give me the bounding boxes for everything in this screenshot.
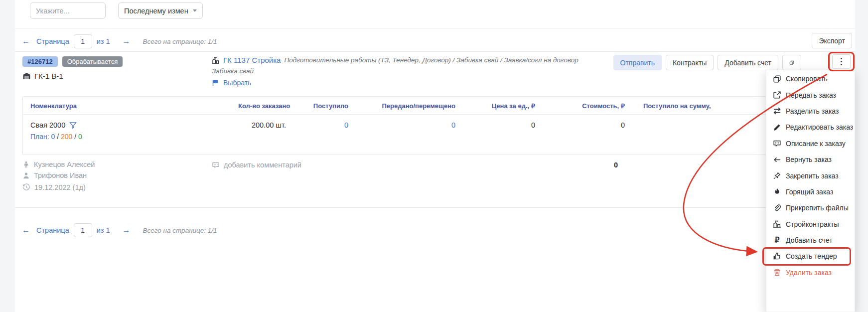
col-transferred[interactable]: Передано/перемещено: [354, 97, 461, 115]
col-unit-price[interactable]: Цена за ед., ₽: [461, 97, 541, 115]
col-nomenclature[interactable]: Номенклатура: [23, 97, 232, 115]
menu-item-delete-order[interactable]: Удалить заказ: [766, 265, 855, 281]
menu-item-label: Вернуть заказ: [786, 156, 832, 163]
menu-item-label: Разделить заказ: [786, 107, 839, 115]
cell-transferred[interactable]: 0: [354, 115, 461, 148]
filters-row: Последнему измен: [30, 2, 203, 19]
project-path: Подготовительные работы (ТЗ, Тенедер, До…: [284, 56, 578, 64]
fire-icon: [773, 187, 781, 196]
add-invoice-button[interactable]: Добавить счет: [718, 55, 778, 70]
menu-item-edit-order[interactable]: Редактировать заказ: [766, 119, 855, 135]
table-row: Свая 2000 План: 0 / 200: [23, 115, 853, 148]
sort-select-value: Последнему измен: [124, 7, 188, 15]
menu-item-label: Стройконтракты: [786, 220, 839, 228]
menu-item-create-tender[interactable]: Создать тендер: [762, 247, 851, 265]
page-of-label: из 1: [97, 37, 110, 45]
menu-item-label: Прикрепить файлы: [786, 204, 849, 212]
menu-item-label: Добавить счет: [786, 236, 833, 244]
crane-icon: [773, 220, 781, 228]
menu-item-pin-order[interactable]: Закрепить заказ: [766, 167, 855, 183]
menu-item-label: Описание к заказу: [786, 140, 846, 148]
menu-item-label: Скопировать: [786, 75, 828, 83]
col-received[interactable]: Поступило: [292, 97, 354, 115]
copy-icon: [789, 59, 794, 67]
plan-line[interactable]: План: 0 / 200 / 0: [30, 133, 226, 141]
warehouse-label: ГК-1 В-1: [22, 72, 63, 80]
cell-unit-price: 0: [461, 115, 541, 148]
item-name: Свая 2000: [30, 121, 65, 129]
forward-icon: [773, 91, 781, 99]
table-header-row: Номенклатура Кол-во заказано Поступило П…: [23, 97, 853, 115]
warehouse-name: ГК-1 В-1: [34, 72, 63, 80]
menu-item-label: Передать заказ: [786, 91, 836, 99]
filter-funnel-icon[interactable]: [69, 122, 77, 129]
order-date: 19.12.2022 (1д): [34, 183, 86, 191]
project-subtitle: Забивка свай: [212, 67, 605, 75]
menu-item-order-description[interactable]: Описание к заказу: [766, 136, 855, 152]
page-label: Страница: [36, 226, 69, 234]
kebab-highlight-annotation: [828, 52, 855, 71]
status-badge: Обрабатывается: [62, 56, 123, 67]
sort-select[interactable]: Последнему измен: [118, 2, 203, 19]
menu-item-construction-contracts[interactable]: Стройконтракты: [766, 216, 855, 232]
flag-icon: [212, 79, 220, 87]
add-comment-link[interactable]: добавить комментарий: [212, 161, 301, 169]
menu-item-label: Закрепить заказ: [786, 172, 839, 180]
send-button[interactable]: Отправить: [613, 55, 662, 70]
col-cost[interactable]: Стоимость, ₽: [541, 97, 631, 115]
manager-name: Кузнецов Алексей: [34, 160, 95, 168]
chevron-down-icon: [193, 9, 197, 12]
order-id-badge[interactable]: #126712: [22, 56, 58, 67]
menu-item-label: Горящий заказ: [786, 188, 833, 196]
menu-item-return-order[interactable]: Вернуть заказ: [766, 152, 855, 167]
copy-order-button[interactable]: [782, 55, 801, 70]
export-button[interactable]: Экспорт: [812, 33, 852, 48]
menu-item-add-invoice[interactable]: ₽ Добавить счет: [766, 232, 855, 248]
cell-received[interactable]: 0: [292, 115, 354, 148]
clock-history-icon: [22, 183, 30, 191]
context-menu: Скопировать Передать заказ Разделить зак…: [766, 70, 855, 312]
arrow-left-icon: [773, 156, 781, 164]
comment-icon: [773, 139, 781, 148]
trash-icon: [773, 268, 781, 277]
person-icon: [22, 172, 30, 179]
add-comment-label: добавить комментарий: [224, 161, 301, 169]
project-link[interactable]: ГК 1137 Стройка: [223, 56, 281, 64]
crane-icon: [212, 56, 220, 64]
page-summary: Всего на странице: 1/1: [143, 38, 217, 45]
order-badges: #126712 Обрабатывается: [22, 56, 123, 67]
menu-item-forward-order[interactable]: Передать заказ: [766, 87, 855, 103]
menu-item-hot-order[interactable]: Горящий заказ: [766, 184, 855, 200]
items-table: Номенклатура Кол-во заказано Поступило П…: [22, 96, 853, 155]
page-number-input[interactable]: [74, 34, 92, 48]
menu-item-copy[interactable]: Скопировать: [766, 71, 855, 87]
date-row: 19.12.2022 (1д): [22, 183, 86, 191]
project-block: ГК 1137 Стройка Подготовительные работы …: [212, 56, 605, 87]
page-summary: Всего на странице: 1/1: [143, 227, 217, 234]
person-standing-icon: [22, 161, 30, 168]
search-input[interactable]: [30, 2, 106, 19]
order-total: 0: [588, 161, 618, 169]
next-page-arrow[interactable]: →: [121, 37, 133, 46]
page-number-input[interactable]: [74, 223, 92, 237]
menu-item-label: Создать тендер: [786, 252, 837, 260]
orders-page: Последнему измен ← Страница из 1 → Всего…: [0, 0, 868, 312]
prev-page-arrow[interactable]: ←: [20, 226, 32, 235]
order-actions: Отправить Контракты Добавить счет: [613, 55, 801, 70]
menu-item-split-order[interactable]: Разделить заказ: [766, 103, 855, 119]
prev-page-arrow[interactable]: ←: [20, 37, 32, 46]
contracts-button[interactable]: Контракты: [666, 55, 714, 70]
manager-row: Кузнецов Алексей: [22, 160, 95, 168]
next-page-arrow[interactable]: →: [121, 226, 133, 235]
pagination-top: ← Страница из 1 → Всего на странице: 1/1: [20, 34, 217, 49]
user-row: Трифонов Иван: [22, 171, 87, 179]
menu-item-label: Редактировать заказ: [786, 123, 853, 131]
warehouse-icon: [22, 72, 31, 80]
pagination-bottom: ← Страница из 1 → Всего на странице: 1/1: [20, 223, 217, 238]
kebab-menu-button[interactable]: [832, 54, 851, 69]
col-qty-ordered[interactable]: Кол-во заказано: [232, 97, 292, 115]
comment-icon: [212, 161, 220, 169]
menu-item-attach-files[interactable]: Прикрепить файлы: [766, 200, 855, 216]
cell-cost: 0: [541, 115, 631, 148]
select-link[interactable]: Выбрать: [212, 79, 605, 87]
